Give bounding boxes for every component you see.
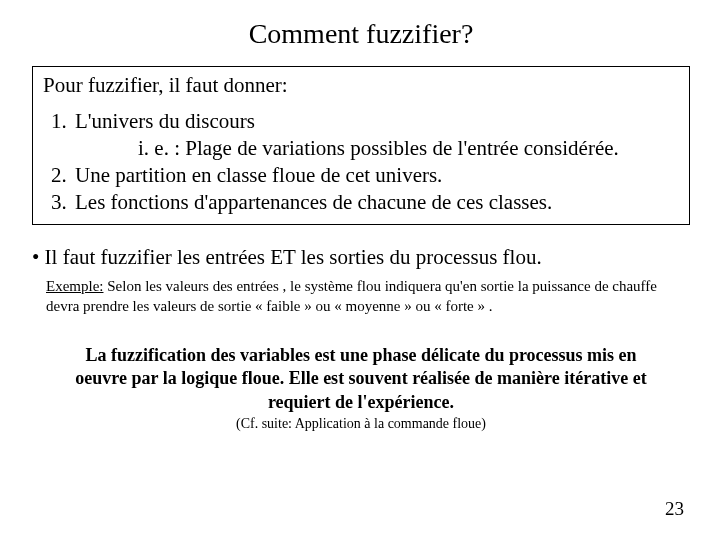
item-number: 1.	[51, 108, 75, 135]
box-intro: Pour fuzzifier, il faut donner:	[43, 73, 679, 98]
page-number: 23	[665, 498, 684, 520]
slide-title: Comment fuzzifier?	[32, 18, 690, 50]
item-text: Une partition en classe floue de cet uni…	[75, 163, 442, 187]
list-item-3: 3.Les fonctions d'appartenances de chacu…	[43, 189, 679, 216]
item-number: 2.	[51, 162, 75, 189]
item-number: 3.	[51, 189, 75, 216]
list-item-2: 2.Une partition en classe floue de cet u…	[43, 162, 679, 189]
definition-box: Pour fuzzifier, il faut donner: 1.L'univ…	[32, 66, 690, 225]
list-item-1: 1.L'univers du discours	[43, 108, 679, 135]
example-label: Exemple:	[46, 278, 103, 294]
conclusion-text: La fuzzification des variables est une p…	[72, 344, 650, 414]
item-text: L'univers du discours	[75, 109, 255, 133]
example-text: Selon les valeurs des entrées , le systè…	[46, 278, 657, 314]
item-text: Les fonctions d'appartenances de chacune…	[75, 190, 552, 214]
list-subitem: i. e. : Plage de variations possibles de…	[43, 135, 679, 162]
bullet-point: • Il faut fuzzifier les entrées ET les s…	[32, 245, 690, 270]
cf-note: (Cf. suite: Application à la commande fl…	[32, 416, 690, 432]
slide: Comment fuzzifier? Pour fuzzifier, il fa…	[0, 0, 720, 540]
example-block: Exemple: Selon les valeurs des entrées ,…	[32, 276, 690, 317]
